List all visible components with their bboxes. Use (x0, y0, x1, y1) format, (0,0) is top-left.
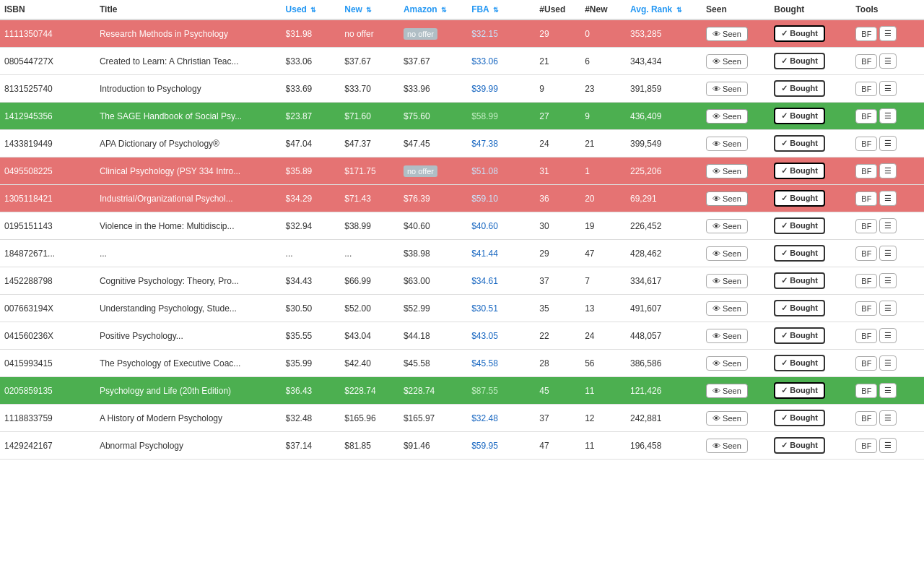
cell-new: $33.70 (340, 75, 399, 103)
bf-button[interactable]: BF (855, 356, 877, 371)
list-button[interactable]: ☰ (879, 328, 897, 343)
cell-title: A History of Modern Psychology (95, 405, 282, 432)
cell-nused: 29 (535, 240, 580, 267)
bought-button[interactable]: ✓ Bought (774, 437, 825, 454)
seen-button[interactable]: 👁 Seen (706, 301, 748, 316)
list-button[interactable]: ☰ (879, 26, 897, 41)
seen-button[interactable]: 👁 Seen (706, 329, 748, 343)
list-button[interactable]: ☰ (879, 53, 897, 69)
cell-amazon: $33.96 (399, 75, 467, 103)
list-button[interactable]: ☰ (879, 136, 897, 151)
list-button[interactable]: ☰ (879, 438, 897, 453)
bf-button[interactable]: BF (855, 164, 877, 178)
bought-button[interactable]: ✓ Bought (774, 25, 825, 42)
cell-title: Understanding Psychology, Stude... (95, 295, 282, 322)
cell-rank: 226,452 (626, 212, 702, 240)
bought-button[interactable]: ✓ Bought (774, 108, 825, 124)
bought-button[interactable]: ✓ Bought (774, 217, 825, 234)
bf-button[interactable]: BF (855, 274, 877, 288)
bf-button[interactable]: BF (855, 219, 877, 233)
bought-button[interactable]: ✓ Bought (774, 53, 825, 69)
bf-button[interactable]: BF (855, 439, 877, 453)
list-button[interactable]: ☰ (879, 355, 897, 371)
cell-rank: 343,434 (626, 48, 702, 75)
cell-amazon: $40.60 (399, 212, 467, 240)
seen-button[interactable]: 👁 Seen (706, 439, 748, 453)
bought-button[interactable]: ✓ Bought (774, 80, 825, 97)
bf-button[interactable]: BF (855, 109, 877, 124)
col-header-amazon[interactable]: Amazon ⇅ (399, 0, 467, 20)
bf-button[interactable]: BF (855, 384, 877, 398)
seen-button[interactable]: 👁 Seen (706, 274, 748, 288)
list-button[interactable]: ☰ (879, 410, 897, 426)
cell-amazon: $91.46 (399, 432, 467, 460)
seen-button[interactable]: 👁 Seen (706, 54, 748, 69)
table-row: 0495508225Clinical Psychology (PSY 334 I… (0, 158, 924, 185)
bought-button[interactable]: ✓ Bought (774, 245, 825, 262)
col-header-rank[interactable]: Avg. Rank ⇅ (626, 0, 702, 20)
cell-nused: 29 (535, 20, 580, 48)
bought-button[interactable]: ✓ Bought (774, 382, 825, 399)
list-button[interactable]: ☰ (879, 383, 897, 398)
seen-button[interactable]: 👁 Seen (706, 82, 748, 96)
seen-button[interactable]: 👁 Seen (706, 109, 748, 124)
col-header-nnew: #New (580, 0, 626, 20)
bf-button[interactable]: BF (855, 246, 877, 261)
col-header-tools: Tools (851, 0, 924, 20)
list-button[interactable]: ☰ (879, 246, 897, 261)
list-button[interactable]: ☰ (879, 108, 897, 124)
bf-button[interactable]: BF (855, 137, 877, 151)
cell-used: $30.50 (282, 295, 341, 322)
list-button[interactable]: ☰ (879, 273, 897, 288)
cell-amazon: $228.74 (399, 377, 467, 405)
col-header-used[interactable]: Used ⇅ (282, 0, 341, 20)
bought-button[interactable]: ✓ Bought (774, 355, 825, 371)
seen-button[interactable]: 👁 Seen (706, 191, 748, 206)
bf-button[interactable]: BF (855, 301, 877, 316)
table-row: 1118833759A History of Modern Psychology… (0, 405, 924, 432)
cell-used: ... (282, 240, 341, 267)
seen-button[interactable]: 👁 Seen (706, 411, 748, 426)
cell-rank: 386,586 (626, 350, 702, 377)
tools-buttons: BF☰ (855, 191, 920, 206)
col-header-fba[interactable]: FBA ⇅ (467, 0, 535, 20)
cell-fba: $43.05 (467, 322, 535, 350)
seen-button[interactable]: 👁 Seen (706, 219, 748, 233)
bought-button[interactable]: ✓ Bought (774, 190, 825, 207)
cell-bought: ✓ Bought (770, 48, 851, 75)
cell-bought: ✓ Bought (770, 212, 851, 240)
col-header-new[interactable]: New ⇅ (340, 0, 399, 20)
list-button[interactable]: ☰ (879, 81, 897, 96)
bought-button[interactable]: ✓ Bought (774, 272, 825, 289)
bought-button[interactable]: ✓ Bought (774, 300, 825, 316)
bf-button[interactable]: BF (855, 82, 877, 96)
cell-nnew: 13 (580, 295, 626, 322)
seen-button[interactable]: 👁 Seen (706, 246, 748, 261)
cell-new: $165.96 (340, 405, 399, 432)
seen-button[interactable]: 👁 Seen (706, 164, 748, 178)
bf-button[interactable]: BF (855, 191, 877, 206)
bought-button[interactable]: ✓ Bought (774, 327, 825, 344)
bf-button[interactable]: BF (855, 27, 877, 41)
table-row: 0195151143Violence in the Home: Multidis… (0, 212, 924, 240)
seen-button[interactable]: 👁 Seen (706, 356, 748, 371)
bf-button[interactable]: BF (855, 329, 877, 343)
cell-seen: 👁 Seen (702, 20, 770, 48)
seen-button[interactable]: 👁 Seen (706, 137, 748, 151)
cell-nnew: 11 (580, 432, 626, 460)
cell-isbn: 1118833759 (0, 405, 95, 432)
list-button[interactable]: ☰ (879, 191, 897, 206)
cell-isbn: 0195151143 (0, 212, 95, 240)
seen-button[interactable]: 👁 Seen (706, 384, 748, 398)
list-button[interactable]: ☰ (879, 218, 897, 233)
bought-button[interactable]: ✓ Bought (774, 163, 825, 179)
bf-button[interactable]: BF (855, 54, 877, 69)
seen-button[interactable]: 👁 Seen (706, 27, 748, 41)
list-button[interactable]: ☰ (879, 301, 897, 316)
cell-amazon: no offer (399, 158, 467, 185)
bought-button[interactable]: ✓ Bought (774, 410, 825, 426)
list-button[interactable]: ☰ (879, 163, 897, 178)
bf-button[interactable]: BF (855, 411, 877, 426)
cell-bought: ✓ Bought (770, 405, 851, 432)
bought-button[interactable]: ✓ Bought (774, 135, 825, 152)
